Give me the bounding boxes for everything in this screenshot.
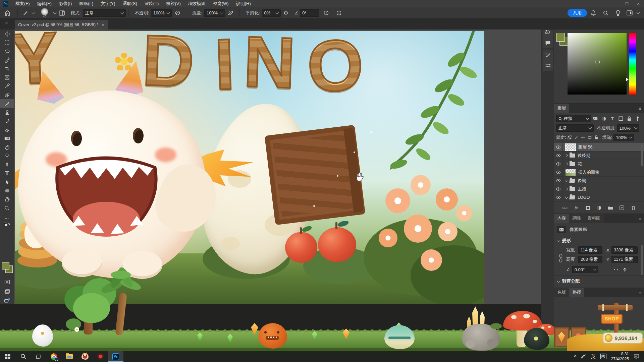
game-pet-pumpkin[interactable] xyxy=(251,321,288,349)
filter-pixel-layers-icon[interactable] xyxy=(591,115,599,122)
rotation-input[interactable]: 0.00° xyxy=(572,266,598,273)
tab-channels[interactable]: 色版 xyxy=(554,288,569,297)
marquee-tool[interactable] xyxy=(0,38,14,47)
tab-overflow-icon[interactable]: » xyxy=(5,20,8,25)
layer-row[interactable]: LOGO xyxy=(554,193,644,202)
file-explorer-icon[interactable] xyxy=(62,351,77,362)
comments-panel-icon[interactable] xyxy=(543,38,553,48)
windows-ink-icon[interactable] xyxy=(581,354,586,359)
panel-menu-icon[interactable]: ≡ xyxy=(639,291,641,295)
close-button[interactable]: ✕ xyxy=(633,0,644,7)
menu-filter[interactable]: 濾鏡(T) xyxy=(141,0,163,7)
tool-presets-panel-icon[interactable] xyxy=(543,60,553,71)
height-input[interactable]: 203 像素 xyxy=(578,256,602,263)
link-layers-icon[interactable] xyxy=(560,204,569,212)
foreground-color-swatch[interactable] xyxy=(2,262,9,269)
properties-scrollbar[interactable] xyxy=(641,245,643,275)
airbrush-icon[interactable] xyxy=(225,10,236,16)
brush-tool[interactable] xyxy=(0,99,14,108)
chevron-down-icon[interactable] xyxy=(637,11,640,14)
pen-tool[interactable] xyxy=(0,160,14,169)
tab-properties[interactable]: 內容 xyxy=(554,214,569,223)
type-tool[interactable]: T xyxy=(0,169,14,178)
game-pet-white-egg[interactable] xyxy=(32,324,53,347)
layer-row[interactable]: 主體 xyxy=(554,185,644,193)
layer-fill-input[interactable]: 100% xyxy=(613,134,634,141)
edit-toolbar-ellipsis[interactable]: … xyxy=(0,213,14,221)
foreground-color-swatch[interactable] xyxy=(556,33,565,42)
layer-filter-select[interactable]: 種類 xyxy=(556,115,591,122)
game-pet-teal[interactable] xyxy=(384,322,415,349)
layer-row[interactable]: 後後期 xyxy=(554,152,644,160)
menu-plugins[interactable]: 增效模組 xyxy=(184,0,209,7)
new-layer-icon[interactable] xyxy=(618,204,626,212)
zoom-tool[interactable] xyxy=(0,204,14,213)
recorder-app-icon[interactable] xyxy=(93,351,108,362)
color-picker-marker[interactable] xyxy=(595,60,600,64)
brush-preview[interactable]: 40 xyxy=(37,8,52,18)
dino-game-app-icon[interactable] xyxy=(77,351,93,362)
visibility-eye-icon[interactable] xyxy=(554,152,563,160)
group-collapse-chevron[interactable] xyxy=(565,154,568,157)
transform-section-header[interactable]: 變形 xyxy=(554,236,644,245)
default-swap-colors[interactable] xyxy=(0,221,14,229)
y-input[interactable]: 1171 像素 xyxy=(611,256,638,263)
chevron-down-icon[interactable] xyxy=(32,11,35,14)
layer-effects-icon[interactable]: fx xyxy=(572,204,581,212)
group-collapse-chevron[interactable] xyxy=(565,163,568,165)
new-group-icon[interactable] xyxy=(606,204,615,212)
brush-settings-panel-icon[interactable] xyxy=(543,50,553,60)
gradient-tool[interactable] xyxy=(0,134,14,143)
start-button[interactable] xyxy=(0,351,15,362)
group-expand-chevron[interactable] xyxy=(565,196,568,199)
layer-row[interactable]: 後期 xyxy=(554,177,644,185)
layer-row[interactable]: 花 xyxy=(554,160,644,168)
saturation-brightness-field[interactable] xyxy=(568,33,627,95)
game-palm-tree[interactable] xyxy=(101,273,141,337)
opacity-input[interactable]: 100% xyxy=(151,9,172,17)
width-input[interactable]: 114 像素 xyxy=(578,246,602,254)
eyedropper-tool[interactable] xyxy=(0,82,14,90)
filter-adjustment-layers-icon[interactable] xyxy=(599,115,608,122)
menu-select[interactable]: 選取(S) xyxy=(119,0,141,7)
adjustment-layer-icon[interactable] xyxy=(595,204,603,212)
taskbar-clock[interactable]: 8:31 27/4/2025 xyxy=(611,352,629,362)
pressure-opacity-icon[interactable] xyxy=(172,10,183,16)
brush-tool-preset-icon[interactable] xyxy=(20,10,31,16)
tab-layers[interactable]: 圖層 xyxy=(554,104,569,113)
flip-horizontal-icon[interactable] xyxy=(612,266,621,273)
visibility-eye-icon[interactable] xyxy=(554,143,563,151)
crop-tool[interactable] xyxy=(0,64,14,73)
history-brush-tool[interactable] xyxy=(0,117,14,125)
task-view-icon[interactable] xyxy=(31,351,46,362)
link-dimensions-icon[interactable] xyxy=(559,254,563,262)
game-crystal-rock[interactable] xyxy=(462,305,502,351)
group-collapse-chevron[interactable] xyxy=(565,188,568,190)
game-pet-dark[interactable] xyxy=(524,328,550,351)
menu-help[interactable]: 說明(H) xyxy=(232,0,255,7)
healing-brush-tool[interactable] xyxy=(0,90,14,99)
visibility-eye-icon[interactable] xyxy=(554,177,563,185)
tab-adjustments[interactable]: 調整 xyxy=(569,214,584,223)
toggle-brush-panel-icon[interactable] xyxy=(56,10,67,16)
group-expand-chevron[interactable] xyxy=(565,179,568,182)
menu-view[interactable]: 檢視(V) xyxy=(162,0,184,7)
notifications-bell-icon[interactable] xyxy=(587,10,600,16)
visibility-eye-icon[interactable] xyxy=(554,185,563,193)
brush-angle-input[interactable]: 0° xyxy=(300,9,319,17)
lock-all-icon[interactable] xyxy=(593,134,600,141)
menu-edit[interactable]: 編輯(E) xyxy=(34,0,55,7)
lasso-tool[interactable] xyxy=(0,47,14,56)
layer-thumbnail[interactable] xyxy=(566,144,576,150)
x-input[interactable]: 3338 像素 xyxy=(611,246,638,254)
frame-tool[interactable] xyxy=(0,73,14,82)
quick-mask-mode[interactable] xyxy=(0,278,14,286)
share-button[interactable]: 共用 xyxy=(568,9,587,17)
tab-close-icon[interactable]: × xyxy=(102,22,104,27)
tab-paths[interactable]: 路徑 xyxy=(569,288,584,297)
visibility-eye-icon[interactable] xyxy=(554,168,563,176)
filter-shape-layers-icon[interactable] xyxy=(616,115,625,122)
lock-pixels-icon[interactable] xyxy=(573,134,580,141)
lock-position-icon[interactable] xyxy=(580,134,586,141)
smoothing-input[interactable]: 0% xyxy=(262,9,281,17)
